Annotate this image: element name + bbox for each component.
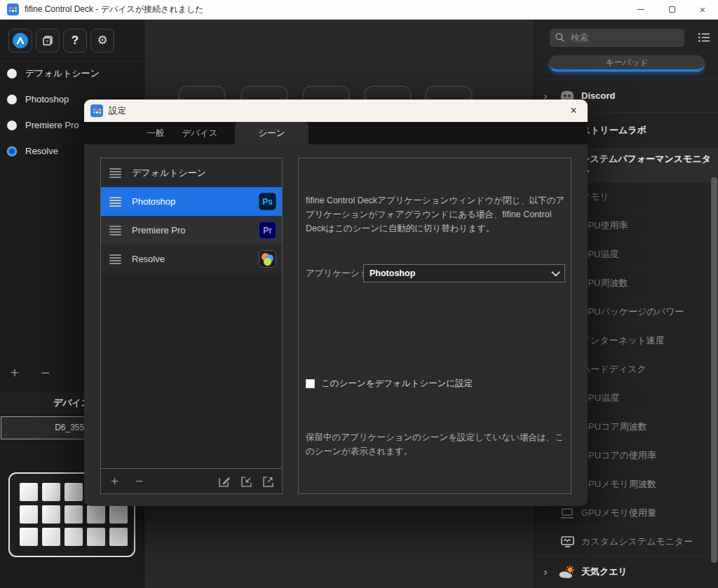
monitor-item-label: CPUパッケージのパワー [581, 306, 684, 318]
application-dropdown-value: Photoshop [370, 268, 415, 278]
scene-footnote: 保留中のアプリケーションのシーンを設定していない場合は、このシーンが表示されます… [306, 430, 565, 458]
import-scene-icon[interactable] [239, 474, 253, 488]
dialog-scene-row-default[interactable]: デフォルトシーン [101, 158, 282, 187]
minimize-icon [637, 9, 644, 10]
scene-list-actions: + − [0, 364, 53, 381]
left-toolbar: ? ? ⚙ [0, 20, 144, 62]
monitor-pulse-icon [556, 536, 578, 547]
scene-label: Photoshop [25, 94, 69, 104]
add-scene-button[interactable]: + [7, 364, 22, 381]
application-row: アプリケーション: Photoshop [299, 264, 571, 282]
help-button[interactable]: ? [63, 29, 87, 53]
radio-icon [7, 121, 17, 130]
fifine-logo-icon [13, 33, 28, 48]
radio-icon [7, 95, 17, 104]
monitor-item-label: CPU周波数 [581, 277, 628, 289]
monitor-item-custom-system-monitor[interactable]: カスタムシステムモニター [535, 527, 718, 556]
dialog-header[interactable]: 設定 × [84, 100, 588, 122]
section-label: ストリームラボ [581, 124, 646, 137]
question-icon: ? [72, 34, 79, 48]
tab-general[interactable]: 一般 [131, 122, 180, 144]
profiles-button[interactable]: ? [36, 29, 60, 53]
keypad-tab-button[interactable]: キーパッド [549, 55, 705, 71]
scene-row-label: Photoshop [132, 196, 175, 207]
tab-device[interactable]: デバイス [175, 122, 224, 144]
list-view-icon[interactable] [698, 32, 711, 43]
gear-icon: ⚙ [97, 33, 107, 48]
monitor-item-label: ハードディスク [581, 363, 646, 376]
section-label: 天気クエリ [581, 566, 628, 578]
close-button[interactable]: × [687, 0, 718, 19]
app-window: fifine Control Deck - デバイスが接続されました × ? [0, 0, 718, 588]
monitor-item-label: GPUメモリ使用量 [581, 507, 656, 519]
add-scene-button[interactable]: + [111, 474, 118, 489]
dialog-scene-row-premiere[interactable]: Premiere Pro Pr [101, 216, 282, 245]
monitor-item-label: インターネット速度 [581, 334, 665, 347]
sidebar-scene-default[interactable]: デフォルトシーン [0, 60, 144, 86]
settings-dialog: 設定 × 一般 デバイス シーン デフォルトシーン Photoshop Ps [84, 100, 588, 506]
search-icon [555, 32, 565, 43]
scene-row-label: デフォルトシーン [132, 167, 206, 179]
section-label: システムパフォーマンスモニター [581, 153, 718, 178]
remove-scene-button[interactable]: − [135, 474, 143, 489]
section-label: Discord [581, 90, 615, 101]
application-dropdown[interactable]: Photoshop [363, 264, 565, 282]
search-row [535, 20, 718, 53]
svg-text:?: ? [46, 39, 48, 44]
app-logo-icon [7, 4, 19, 15]
section-weather-query[interactable]: › 天気クエリ [535, 556, 718, 587]
remove-scene-button[interactable]: − [38, 364, 53, 381]
close-icon: × [700, 4, 706, 15]
titlebar: fifine Control Deck - デバイスが接続されました × [0, 0, 718, 20]
monitor-item-label: CPU使用率 [581, 219, 628, 232]
app-logo-icon [90, 104, 103, 117]
scene-row-label: Resolve [132, 254, 165, 264]
monitor-item-label: GPUメモリ周波数 [581, 478, 656, 491]
premiere-badge-icon: Pr [259, 221, 276, 239]
monitor-item-label: カスタムシステムモニター [581, 535, 693, 548]
monitor-item-label: GPUコア周波数 [581, 421, 647, 433]
maximize-icon [669, 6, 675, 13]
photoshop-badge-icon: Ps [259, 193, 276, 210]
scene-label: デフォルトシーン [25, 67, 100, 80]
copy-icon: ? [41, 34, 54, 47]
default-scene-checkbox-row[interactable]: このシーンをデフォルトシーンに設定 [306, 378, 473, 390]
drag-handle-icon[interactable] [109, 197, 121, 207]
scrollbar[interactable] [711, 177, 717, 563]
minimize-button[interactable] [625, 0, 656, 19]
radio-selected-icon [7, 146, 17, 156]
dialog-tabbar: 一般 デバイス シーン [84, 122, 588, 144]
scene-description: fifine Control Deckアプリケーションウィンドウが閉じ、以下のア… [306, 193, 565, 235]
drag-handle-icon[interactable] [109, 168, 121, 178]
maximize-button[interactable] [656, 0, 687, 19]
checkbox-unchecked-icon[interactable] [306, 379, 315, 388]
monitor-item-label: GPUコアの使用率 [581, 449, 656, 462]
chevron-right-icon: › [535, 566, 556, 577]
dialog-body: デフォルトシーン Photoshop Ps Premiere Pro Pr Re… [84, 144, 588, 506]
dialog-scene-list: デフォルトシーン Photoshop Ps Premiere Pro Pr Re… [100, 158, 283, 494]
export-scene-icon[interactable] [261, 474, 275, 488]
scene-row-label: Premiere Pro [132, 225, 186, 235]
dialog-scene-row-photoshop[interactable]: Photoshop Ps [101, 187, 282, 216]
resolve-badge-icon [259, 250, 276, 268]
dialog-close-button[interactable]: × [560, 104, 588, 117]
tab-scene[interactable]: シーン [235, 122, 309, 144]
window-title: fifine Control Deck - デバイスが接続されました [25, 4, 204, 15]
scene-detail-panel: fifine Control Deckアプリケーションウィンドウが閉じ、以下のア… [298, 158, 571, 494]
settings-button[interactable]: ⚙ [90, 29, 114, 53]
chevron-down-icon [551, 268, 560, 277]
scene-label: Resolve [25, 146, 58, 156]
edit-scene-icon[interactable] [217, 474, 231, 488]
dialog-scene-row-resolve[interactable]: Resolve [101, 245, 282, 273]
home-button[interactable] [8, 29, 32, 53]
drag-handle-icon[interactable] [109, 226, 121, 235]
laptop-icon [556, 508, 578, 519]
drag-handle-icon[interactable] [109, 254, 121, 264]
search-input[interactable] [550, 29, 684, 47]
checkbox-label: このシーンをデフォルトシーンに設定 [321, 378, 473, 390]
scene-label: Premiere Pro [25, 120, 79, 130]
radio-icon [7, 69, 17, 78]
dialog-title: 設定 [109, 105, 126, 117]
scene-list-toolbar: + − [101, 468, 282, 493]
weather-icon [556, 565, 578, 579]
